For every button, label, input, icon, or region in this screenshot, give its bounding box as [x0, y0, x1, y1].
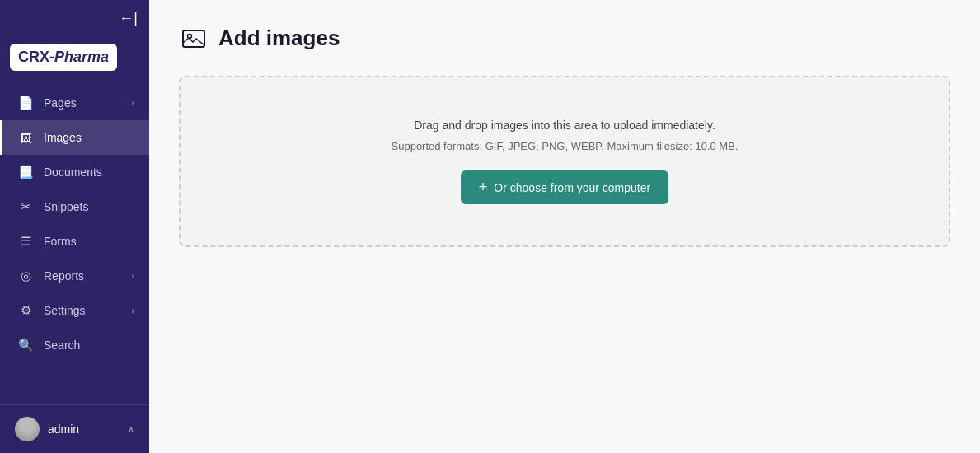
page-header: Add images: [179, 23, 950, 53]
logo-area: CRX-Pharma: [0, 37, 149, 82]
page-header-icon: [179, 23, 209, 53]
avatar-image: [15, 417, 40, 441]
sidebar-item-label-search: Search: [44, 339, 134, 352]
chevron-right-icon-reports: ›: [131, 271, 134, 281]
sidebar-header: ←|: [0, 0, 149, 37]
logo-suffix: Pharma: [54, 49, 109, 65]
images-icon: [182, 28, 205, 48]
sidebar-item-pages[interactable]: 📄Pages›: [0, 86, 149, 120]
sidebar-item-forms[interactable]: ☰Forms: [0, 224, 149, 259]
sidebar-nav: 📄Pages›🖼Images📃Documents✂Snippets☰Forms◎…: [0, 82, 149, 404]
sidebar-item-settings[interactable]: ⚙Settings›: [0, 293, 149, 328]
page-title: Add images: [218, 26, 340, 51]
sidebar-item-label-documents: Documents: [44, 166, 134, 179]
pages-icon: 📄: [17, 95, 34, 111]
reports-icon: ◎: [17, 268, 34, 284]
sidebar-item-label-images: Images: [44, 131, 134, 144]
sidebar: ←| CRX-Pharma 📄Pages›🖼Images📃Documents✂S…: [0, 0, 149, 453]
plus-icon: +: [479, 179, 488, 196]
upload-drag-text: Drag and drop images into this area to u…: [414, 119, 715, 132]
footer-username: admin: [48, 423, 128, 436]
upload-zone[interactable]: Drag and drop images into this area to u…: [179, 76, 950, 247]
footer-chevron-icon: ∧: [128, 424, 134, 435]
sidebar-item-label-pages: Pages: [44, 96, 131, 110]
sidebar-footer: admin ∧: [0, 404, 149, 453]
images-icon: 🖼: [17, 129, 34, 146]
sidebar-item-search[interactable]: 🔍Search: [0, 328, 149, 362]
snippets-icon: ✂: [17, 198, 34, 215]
sidebar-item-label-reports: Reports: [44, 269, 131, 283]
settings-icon: ⚙: [17, 302, 34, 319]
choose-from-computer-button[interactable]: + Or choose from your computer: [461, 170, 668, 204]
sidebar-item-documents[interactable]: 📃Documents: [0, 155, 149, 189]
logo-text: CRX-Pharma: [18, 49, 109, 65]
chevron-right-icon-settings: ›: [131, 306, 134, 315]
main-content: Add images Drag and drop images into thi…: [149, 0, 980, 453]
sidebar-item-snippets[interactable]: ✂Snippets: [0, 189, 149, 224]
sidebar-item-label-forms: Forms: [44, 235, 134, 248]
svg-rect-0: [183, 30, 204, 47]
forms-icon: ☰: [17, 233, 34, 250]
upload-formats-text: Supported formats: GIF, JPEG, PNG, WEBP.…: [392, 140, 739, 152]
documents-icon: 📃: [17, 164, 34, 180]
sidebar-item-reports[interactable]: ◎Reports›: [0, 259, 149, 293]
choose-btn-label: Or choose from your computer: [494, 181, 650, 194]
avatar: [15, 417, 40, 441]
logo-box[interactable]: CRX-Pharma: [10, 44, 117, 71]
search-icon: 🔍: [17, 337, 34, 353]
collapse-button[interactable]: ←|: [119, 10, 138, 27]
sidebar-item-label-settings: Settings: [44, 304, 131, 317]
chevron-right-icon-pages: ›: [131, 98, 134, 108]
sidebar-item-images[interactable]: 🖼Images: [0, 120, 149, 155]
sidebar-item-label-snippets: Snippets: [44, 200, 134, 213]
